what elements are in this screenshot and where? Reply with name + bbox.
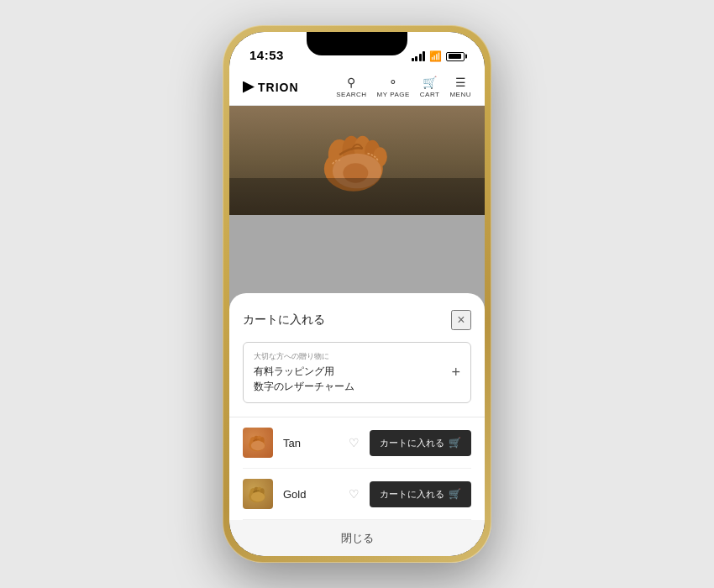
color-thumbnail-gold (243, 479, 273, 509)
search-label: SEARCH (336, 91, 366, 98)
menu-label: MENU (449, 91, 471, 98)
add-to-cart-tan-label: カートに入れる (380, 437, 444, 449)
wishlist-button-gold[interactable]: ♡ (349, 487, 360, 501)
header-nav: ⚲ SEARCH ⚬ MY PAGE 🛒 CART ☰ MENU (336, 76, 471, 98)
glove-thumb-gold (246, 482, 270, 506)
glove-thumb-tan (246, 431, 270, 454)
modal-header: カートに入れる × (243, 310, 471, 330)
gift-add-icon[interactable]: + (451, 364, 460, 381)
person-icon: ⚬ (388, 76, 398, 89)
nav-mypage[interactable]: ⚬ MY PAGE (377, 76, 410, 98)
brand-icon (243, 81, 255, 93)
signal-icon (412, 51, 426, 61)
battery-icon (446, 52, 465, 61)
cart-label: CART (420, 91, 440, 98)
modal-title: カートに入れる (243, 312, 325, 328)
add-to-cart-gold[interactable]: カートに入れる 🛒 (370, 481, 471, 507)
gift-option-box: 大切な方への贈り物に 有料ラッピング用数字のレザーチャーム + (243, 342, 471, 403)
nav-cart[interactable]: 🛒 CART (420, 76, 440, 98)
brand-name: TRION (258, 81, 299, 94)
svg-point-13 (251, 441, 265, 451)
add-to-cart-gold-label: カートに入れる (380, 488, 444, 501)
gift-title: 有料ラッピング用数字のレザーチャーム (254, 364, 451, 394)
cart-modal: カートに入れる × 大切な方への贈り物に 有料ラッピング用数字のレザーチャーム … (229, 293, 485, 556)
color-name-tan: Tan (283, 437, 349, 449)
menu-icon: ☰ (455, 76, 466, 89)
cart-icon-gold: 🛒 (449, 488, 461, 500)
gift-text: 大切な方への贈り物に 有料ラッピング用数字のレザーチャーム (254, 351, 451, 394)
color-name-gold: Gold (283, 488, 349, 501)
modal-close-button[interactable]: × (451, 310, 471, 330)
phone-inner: 14:53 📶 TRION (229, 32, 485, 556)
modal-close-label: 閉じる (341, 532, 374, 544)
phone-frame: 14:53 📶 TRION (223, 25, 491, 563)
search-icon: ⚲ (347, 76, 355, 89)
color-option-tan: Tan ♡ カートに入れる 🛒 (243, 417, 471, 469)
brand-logo: TRION (243, 81, 299, 94)
cart-icon: 🛒 (423, 76, 437, 89)
add-to-cart-tan[interactable]: カートに入れる 🛒 (370, 430, 471, 456)
app-header: TRION ⚲ SEARCH ⚬ MY PAGE 🛒 CART (229, 69, 485, 106)
color-option-gold: Gold ♡ カートに入れる 🛒 (243, 469, 471, 520)
status-bar: 14:53 📶 (229, 32, 485, 69)
gift-subtitle: 大切な方への贈り物に (254, 351, 451, 362)
wishlist-button-tan[interactable]: ♡ (349, 436, 360, 449)
status-icons: 📶 (412, 50, 465, 62)
notch (307, 32, 407, 55)
wifi-icon: 📶 (429, 50, 442, 62)
cart-icon-tan: 🛒 (449, 437, 461, 449)
phone-screen: 14:53 📶 TRION (229, 32, 485, 556)
mypage-label: MY PAGE (377, 91, 410, 98)
status-time: 14:53 (249, 48, 284, 62)
nav-menu[interactable]: ☰ MENU (449, 76, 471, 98)
color-thumbnail-tan (243, 428, 273, 458)
svg-point-19 (251, 492, 265, 502)
modal-close-row[interactable]: 閉じる (229, 520, 485, 556)
nav-search[interactable]: ⚲ SEARCH (336, 76, 366, 98)
